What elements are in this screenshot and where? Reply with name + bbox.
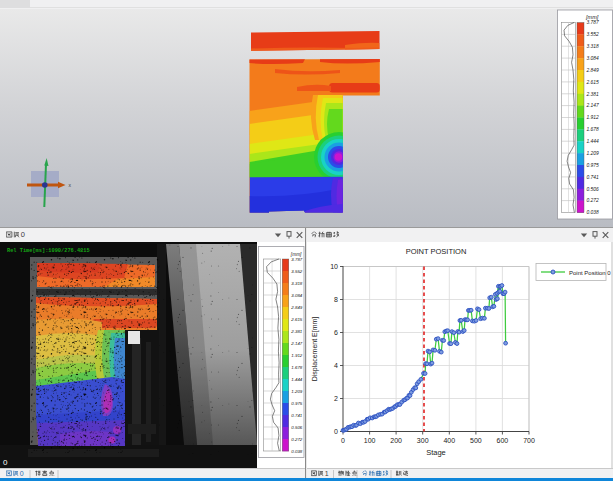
svg-text:0: 0 [341,437,345,444]
svg-text:0.038: 0.038 [587,210,600,215]
svg-text:3.084: 3.084 [291,293,303,298]
svg-text:1.678: 1.678 [291,365,303,370]
svg-text:1.912: 1.912 [587,115,600,120]
svg-text:3.318: 3.318 [587,44,600,49]
svg-text:1: 1 [325,470,329,477]
svg-text:600: 600 [497,437,509,444]
svg-text:Rel Time[ms]:1090/276.4815: Rel Time[ms]:1090/276.4815 [7,248,90,254]
svg-text:3.552: 3.552 [587,32,600,37]
svg-text:0.741: 0.741 [291,413,303,418]
svg-text:3.084: 3.084 [587,56,600,61]
svg-text:0.038: 0.038 [291,449,303,454]
svg-text:0.975: 0.975 [291,401,303,406]
svg-text:Stage: Stage [426,448,446,457]
svg-text:2.615: 2.615 [586,80,600,85]
svg-text:1.209: 1.209 [587,151,600,156]
svg-text:700: 700 [523,437,535,444]
svg-text:0.506: 0.506 [291,425,303,430]
svg-text:6: 6 [334,329,338,336]
svg-text:2.849: 2.849 [586,68,600,73]
svg-text:1.444: 1.444 [587,139,600,144]
svg-text:2.615: 2.615 [290,317,303,322]
svg-text:0: 0 [20,470,24,477]
svg-text:2.147: 2.147 [290,341,303,346]
svg-text:400: 400 [443,437,455,444]
svg-text:[mm]: [mm] [585,14,599,20]
svg-text:0.272: 0.272 [587,198,600,203]
svg-text:0: 0 [334,428,338,435]
svg-text:1.678: 1.678 [587,127,600,132]
svg-text:500: 500 [470,437,482,444]
svg-text:0.741: 0.741 [587,175,600,180]
svg-text:2.381: 2.381 [290,329,303,334]
svg-text:4: 4 [334,362,338,369]
svg-text:8: 8 [334,296,338,303]
svg-text:1.912: 1.912 [291,353,303,358]
svg-text:2: 2 [334,395,338,402]
svg-text:10: 10 [330,263,338,270]
svg-text:0.506: 0.506 [587,187,600,192]
svg-text:2.381: 2.381 [586,92,600,97]
svg-text:x: x [69,182,72,188]
svg-text:0.272: 0.272 [291,437,303,442]
svg-text:Displacement E[mm]: Displacement E[mm] [311,317,319,382]
svg-text:3.787: 3.787 [291,257,303,262]
svg-text:2.147: 2.147 [586,103,600,108]
svg-text:0.975: 0.975 [587,163,600,168]
svg-text:200: 200 [390,437,402,444]
svg-text:2.849: 2.849 [290,305,303,310]
svg-text:3.552: 3.552 [291,269,303,274]
svg-text:100: 100 [364,437,376,444]
svg-text:Point Position 0: Point Position 0 [569,270,611,276]
svg-text:1.444: 1.444 [291,377,303,382]
svg-text:3.787: 3.787 [587,20,600,25]
svg-text:1.209: 1.209 [291,389,303,394]
svg-text:300: 300 [417,437,429,444]
svg-text:0: 0 [3,458,8,467]
svg-text:3.318: 3.318 [291,281,303,286]
svg-text:POINT POSITION: POINT POSITION [406,247,467,256]
